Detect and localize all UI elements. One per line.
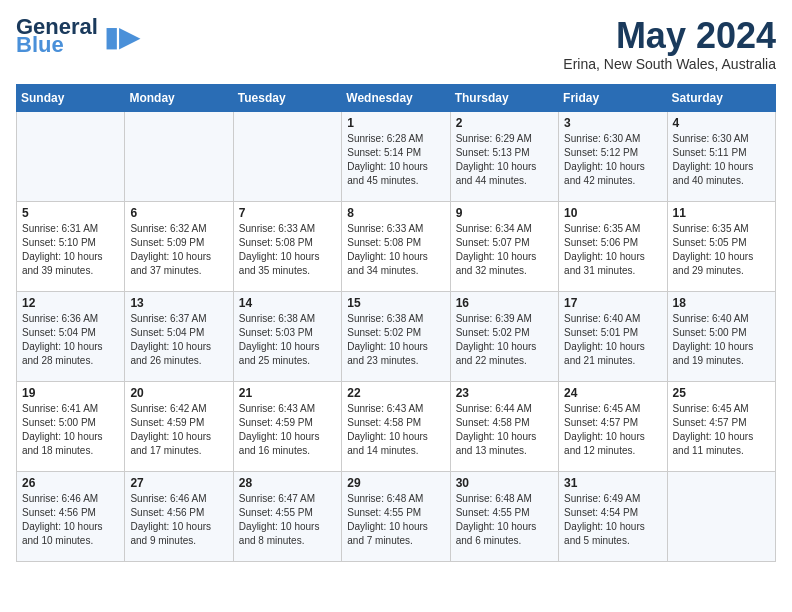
calendar-week-row: 5Sunrise: 6:31 AMSunset: 5:10 PMDaylight… (17, 201, 776, 291)
day-info: Sunrise: 6:44 AMSunset: 4:58 PMDaylight:… (456, 402, 553, 458)
day-number: 16 (456, 296, 553, 310)
table-row: 29Sunrise: 6:48 AMSunset: 4:55 PMDayligh… (342, 471, 450, 561)
day-number: 21 (239, 386, 336, 400)
day-info: Sunrise: 6:30 AMSunset: 5:12 PMDaylight:… (564, 132, 661, 188)
table-row: 7Sunrise: 6:33 AMSunset: 5:08 PMDaylight… (233, 201, 341, 291)
table-row: 27Sunrise: 6:46 AMSunset: 4:56 PMDayligh… (125, 471, 233, 561)
header-friday: Friday (559, 84, 667, 111)
day-info: Sunrise: 6:32 AMSunset: 5:09 PMDaylight:… (130, 222, 227, 278)
day-info: Sunrise: 6:49 AMSunset: 4:54 PMDaylight:… (564, 492, 661, 548)
day-number: 22 (347, 386, 444, 400)
table-row: 4Sunrise: 6:30 AMSunset: 5:11 PMDaylight… (667, 111, 775, 201)
logo-line2: Blue (16, 34, 98, 56)
day-number: 28 (239, 476, 336, 490)
day-number: 8 (347, 206, 444, 220)
table-row: 26Sunrise: 6:46 AMSunset: 4:56 PMDayligh… (17, 471, 125, 561)
day-info: Sunrise: 6:35 AMSunset: 5:06 PMDaylight:… (564, 222, 661, 278)
day-number: 24 (564, 386, 661, 400)
table-row: 2Sunrise: 6:29 AMSunset: 5:13 PMDaylight… (450, 111, 558, 201)
table-row: 28Sunrise: 6:47 AMSunset: 4:55 PMDayligh… (233, 471, 341, 561)
day-info: Sunrise: 6:42 AMSunset: 4:59 PMDaylight:… (130, 402, 227, 458)
table-row: 8Sunrise: 6:33 AMSunset: 5:08 PMDaylight… (342, 201, 450, 291)
day-info: Sunrise: 6:35 AMSunset: 5:05 PMDaylight:… (673, 222, 770, 278)
day-number: 31 (564, 476, 661, 490)
day-number: 2 (456, 116, 553, 130)
calendar-week-row: 12Sunrise: 6:36 AMSunset: 5:04 PMDayligh… (17, 291, 776, 381)
day-number: 23 (456, 386, 553, 400)
day-number: 20 (130, 386, 227, 400)
day-number: 25 (673, 386, 770, 400)
table-row: 21Sunrise: 6:43 AMSunset: 4:59 PMDayligh… (233, 381, 341, 471)
header-monday: Monday (125, 84, 233, 111)
table-row: 25Sunrise: 6:45 AMSunset: 4:57 PMDayligh… (667, 381, 775, 471)
day-info: Sunrise: 6:48 AMSunset: 4:55 PMDaylight:… (347, 492, 444, 548)
table-row: 9Sunrise: 6:34 AMSunset: 5:07 PMDaylight… (450, 201, 558, 291)
table-row: 23Sunrise: 6:44 AMSunset: 4:58 PMDayligh… (450, 381, 558, 471)
header-thursday: Thursday (450, 84, 558, 111)
table-row: 3Sunrise: 6:30 AMSunset: 5:12 PMDaylight… (559, 111, 667, 201)
calendar-week-row: 1Sunrise: 6:28 AMSunset: 5:14 PMDaylight… (17, 111, 776, 201)
calendar-header-row: Sunday Monday Tuesday Wednesday Thursday… (17, 84, 776, 111)
day-number: 27 (130, 476, 227, 490)
title-location: Erina, New South Wales, Australia (563, 56, 776, 72)
day-number: 7 (239, 206, 336, 220)
day-number: 5 (22, 206, 119, 220)
table-row (125, 111, 233, 201)
page-header: General Blue ▮▶ May 2024 Erina, New Sout… (16, 16, 776, 72)
table-row: 13Sunrise: 6:37 AMSunset: 5:04 PMDayligh… (125, 291, 233, 381)
table-row (233, 111, 341, 201)
day-number: 13 (130, 296, 227, 310)
day-number: 12 (22, 296, 119, 310)
table-row: 10Sunrise: 6:35 AMSunset: 5:06 PMDayligh… (559, 201, 667, 291)
day-number: 10 (564, 206, 661, 220)
day-number: 1 (347, 116, 444, 130)
day-info: Sunrise: 6:39 AMSunset: 5:02 PMDaylight:… (456, 312, 553, 368)
day-number: 14 (239, 296, 336, 310)
table-row: 18Sunrise: 6:40 AMSunset: 5:00 PMDayligh… (667, 291, 775, 381)
table-row: 11Sunrise: 6:35 AMSunset: 5:05 PMDayligh… (667, 201, 775, 291)
day-info: Sunrise: 6:31 AMSunset: 5:10 PMDaylight:… (22, 222, 119, 278)
calendar-week-row: 26Sunrise: 6:46 AMSunset: 4:56 PMDayligh… (17, 471, 776, 561)
table-row: 1Sunrise: 6:28 AMSunset: 5:14 PMDaylight… (342, 111, 450, 201)
day-number: 11 (673, 206, 770, 220)
table-row: 20Sunrise: 6:42 AMSunset: 4:59 PMDayligh… (125, 381, 233, 471)
day-info: Sunrise: 6:30 AMSunset: 5:11 PMDaylight:… (673, 132, 770, 188)
table-row: 6Sunrise: 6:32 AMSunset: 5:09 PMDaylight… (125, 201, 233, 291)
logo: General Blue ▮▶ (16, 16, 141, 56)
day-info: Sunrise: 6:48 AMSunset: 4:55 PMDaylight:… (456, 492, 553, 548)
header-sunday: Sunday (17, 84, 125, 111)
day-number: 18 (673, 296, 770, 310)
table-row: 19Sunrise: 6:41 AMSunset: 5:00 PMDayligh… (17, 381, 125, 471)
table-row: 12Sunrise: 6:36 AMSunset: 5:04 PMDayligh… (17, 291, 125, 381)
header-tuesday: Tuesday (233, 84, 341, 111)
day-info: Sunrise: 6:33 AMSunset: 5:08 PMDaylight:… (239, 222, 336, 278)
day-number: 4 (673, 116, 770, 130)
day-info: Sunrise: 6:40 AMSunset: 5:01 PMDaylight:… (564, 312, 661, 368)
table-row: 22Sunrise: 6:43 AMSunset: 4:58 PMDayligh… (342, 381, 450, 471)
day-info: Sunrise: 6:38 AMSunset: 5:02 PMDaylight:… (347, 312, 444, 368)
day-info: Sunrise: 6:36 AMSunset: 5:04 PMDaylight:… (22, 312, 119, 368)
header-wednesday: Wednesday (342, 84, 450, 111)
day-number: 15 (347, 296, 444, 310)
table-row (17, 111, 125, 201)
logo-icon: ▮▶ (104, 20, 141, 53)
day-number: 26 (22, 476, 119, 490)
day-info: Sunrise: 6:43 AMSunset: 4:59 PMDaylight:… (239, 402, 336, 458)
title-month: May 2024 (563, 16, 776, 56)
day-number: 6 (130, 206, 227, 220)
calendar-table: Sunday Monday Tuesday Wednesday Thursday… (16, 84, 776, 562)
day-number: 30 (456, 476, 553, 490)
table-row: 15Sunrise: 6:38 AMSunset: 5:02 PMDayligh… (342, 291, 450, 381)
table-row: 16Sunrise: 6:39 AMSunset: 5:02 PMDayligh… (450, 291, 558, 381)
table-row: 17Sunrise: 6:40 AMSunset: 5:01 PMDayligh… (559, 291, 667, 381)
calendar-week-row: 19Sunrise: 6:41 AMSunset: 5:00 PMDayligh… (17, 381, 776, 471)
day-info: Sunrise: 6:45 AMSunset: 4:57 PMDaylight:… (673, 402, 770, 458)
day-number: 17 (564, 296, 661, 310)
day-info: Sunrise: 6:29 AMSunset: 5:13 PMDaylight:… (456, 132, 553, 188)
table-row: 31Sunrise: 6:49 AMSunset: 4:54 PMDayligh… (559, 471, 667, 561)
day-info: Sunrise: 6:38 AMSunset: 5:03 PMDaylight:… (239, 312, 336, 368)
day-number: 3 (564, 116, 661, 130)
day-info: Sunrise: 6:40 AMSunset: 5:00 PMDaylight:… (673, 312, 770, 368)
day-number: 29 (347, 476, 444, 490)
day-info: Sunrise: 6:45 AMSunset: 4:57 PMDaylight:… (564, 402, 661, 458)
